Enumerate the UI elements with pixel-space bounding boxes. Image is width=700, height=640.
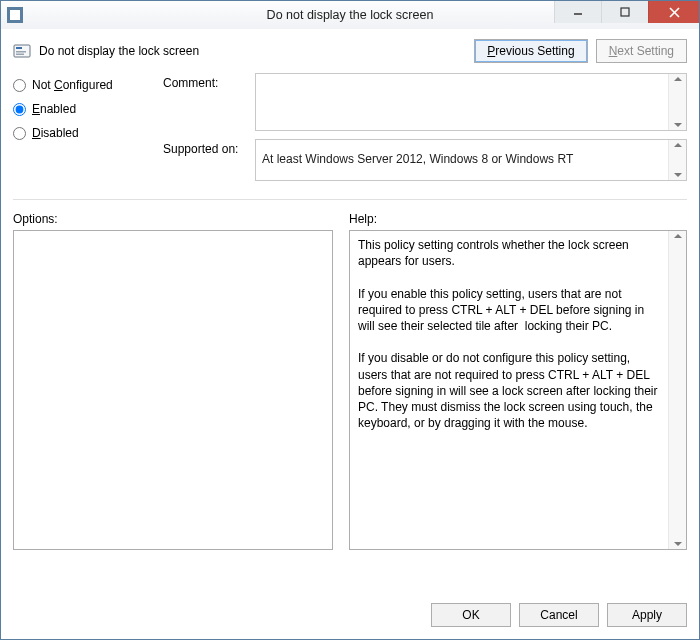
scroll-up-icon xyxy=(674,143,682,147)
maximize-button[interactable] xyxy=(601,1,648,23)
policy-editor-window: Do not display the lock screen Do not di… xyxy=(0,0,700,640)
minimize-icon xyxy=(573,7,583,17)
minimize-button[interactable] xyxy=(554,1,601,23)
comment-box-wrapper xyxy=(255,73,687,131)
radio-enabled-input[interactable] xyxy=(13,103,26,116)
next-setting-button: Next Setting xyxy=(596,39,687,63)
content-area: Do not display the lock screen Previous … xyxy=(1,29,699,639)
window-controls xyxy=(554,1,699,29)
comment-row: Comment: xyxy=(163,73,687,131)
close-button[interactable] xyxy=(648,1,699,23)
svg-rect-1 xyxy=(621,8,629,16)
help-scrollbar[interactable] xyxy=(668,231,686,549)
header-row: Do not display the lock screen Previous … xyxy=(13,39,687,63)
panels-header: Options: Help: xyxy=(13,212,687,226)
comment-label: Comment: xyxy=(163,73,255,131)
nav-buttons: Previous Setting Next Setting xyxy=(474,39,687,63)
radio-not-configured-input[interactable] xyxy=(13,79,26,92)
dialog-buttons: OK Cancel Apply xyxy=(431,603,687,627)
scroll-down-icon xyxy=(674,542,682,546)
scroll-up-icon xyxy=(674,77,682,81)
radio-disabled-input[interactable] xyxy=(13,127,26,140)
radio-disabled[interactable]: Disabled xyxy=(13,121,153,145)
scroll-down-icon xyxy=(674,123,682,127)
cancel-button[interactable]: Cancel xyxy=(519,603,599,627)
help-text: This policy setting controls whether the… xyxy=(350,231,668,549)
radio-not-configured[interactable]: Not Configured xyxy=(13,73,153,97)
scroll-up-icon xyxy=(674,234,682,238)
svg-rect-6 xyxy=(16,51,26,53)
maximize-icon xyxy=(620,7,630,17)
supported-box-wrapper: At least Windows Server 2012, Windows 8 … xyxy=(255,139,687,181)
scroll-down-icon xyxy=(674,173,682,177)
comment-textarea[interactable] xyxy=(256,74,668,130)
right-column: Comment: Supported on: At least Windows … xyxy=(163,73,687,181)
supported-row: Supported on: At least Windows Server 20… xyxy=(163,139,687,181)
policy-name: Do not display the lock screen xyxy=(39,44,199,58)
options-label: Options: xyxy=(13,212,333,226)
radio-enabled[interactable]: Enabled xyxy=(13,97,153,121)
policy-icon xyxy=(13,42,31,60)
supported-text: At least Windows Server 2012, Windows 8 … xyxy=(256,140,668,180)
options-panel xyxy=(13,230,333,550)
supported-scrollbar[interactable] xyxy=(668,140,686,180)
app-icon xyxy=(7,7,23,23)
svg-rect-7 xyxy=(16,54,24,56)
ok-button[interactable]: OK xyxy=(431,603,511,627)
close-icon xyxy=(669,7,680,18)
divider xyxy=(13,199,687,200)
previous-setting-button[interactable]: Previous Setting xyxy=(474,39,587,63)
state-radio-group: Not Configured Enabled Disabled xyxy=(13,73,153,145)
comment-scrollbar[interactable] xyxy=(668,74,686,130)
help-panel: This policy setting controls whether the… xyxy=(349,230,687,550)
titlebar: Do not display the lock screen xyxy=(1,1,699,30)
help-label: Help: xyxy=(349,212,377,226)
svg-rect-5 xyxy=(16,47,22,49)
apply-button[interactable]: Apply xyxy=(607,603,687,627)
panels: This policy setting controls whether the… xyxy=(13,230,687,550)
supported-label: Supported on: xyxy=(163,139,255,181)
